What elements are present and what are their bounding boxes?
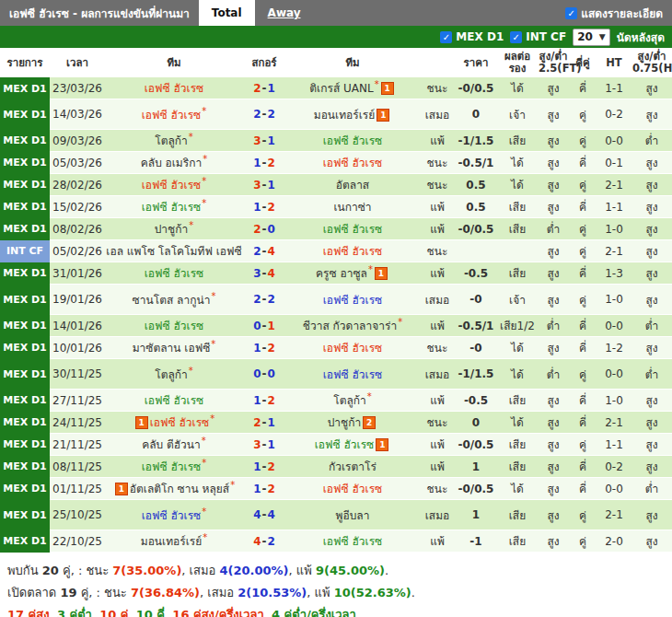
score: 2-1 xyxy=(243,412,285,434)
summary-part: 7(36.84%) xyxy=(131,586,200,600)
summary-line: เปิดตลาด 19 คู่, : ชนะ 7(36.84%), เสมอ 2… xyxy=(7,583,665,602)
checkbox-checked-icon[interactable]: ✓ xyxy=(565,7,577,19)
home-team: ซานโตส ลากูน่า* xyxy=(105,285,243,315)
handicap-star-icon: * xyxy=(202,458,206,468)
summary-part: . xyxy=(411,586,415,600)
over-under-ft: ต่ำ xyxy=(538,315,569,337)
odds: 1 xyxy=(455,500,497,530)
odd-even: คู่ xyxy=(569,130,597,152)
over-under-ht: สูง xyxy=(631,152,672,174)
home-team: คลับ อเมริกา* xyxy=(105,152,243,174)
half-time-score: 0-0 xyxy=(597,478,631,500)
home-team: เอฟซี ฮัวเรซ xyxy=(105,77,243,99)
home-team: 1เอฟซี ฮัวเรซ* xyxy=(105,412,243,434)
home-goals: 3 xyxy=(253,179,261,192)
odd-even: คี่ xyxy=(569,196,597,218)
match-date: 05/02/26 xyxy=(50,240,105,262)
home-goals: 3 xyxy=(253,134,261,147)
tab-away[interactable]: Away xyxy=(255,0,314,26)
tab-total[interactable]: Total xyxy=(199,0,255,26)
handicap-result: ได้ xyxy=(497,359,538,390)
summary-part: 17 คู่สูง xyxy=(7,608,50,617)
show-details-label: แสดงรายละเอียด xyxy=(581,5,663,22)
team-name: เอฟซี ฮัวเรซ xyxy=(323,157,383,169)
team-name: ครูซ อาซูล xyxy=(316,267,367,280)
column-header xyxy=(420,48,455,77)
away-goals: 1 xyxy=(267,438,274,451)
result: ชนะ xyxy=(420,77,455,99)
summary-part: เปิดตลาด xyxy=(7,586,60,600)
recent-count-suffix-label: นัดหลังสุด xyxy=(617,29,665,46)
recent-count-select[interactable]: 20 ▼ xyxy=(573,29,610,46)
handicap-result: เจ้า xyxy=(497,99,538,130)
over-under-ht: สูง xyxy=(631,196,672,218)
half-time-score: 0-2 xyxy=(597,456,631,478)
home-team: เอฟซี ฮัวเรซ xyxy=(105,390,243,412)
odds: -0/0.5 xyxy=(455,434,497,456)
summary-part: , เสมอ xyxy=(181,564,219,577)
over-under-ht: สูง xyxy=(631,390,672,412)
handicap-star-icon: * xyxy=(189,220,193,230)
show-details-toggle[interactable]: ✓ แสดงรายละเอียด xyxy=(565,0,663,26)
filter-label-int-cf: INT CF xyxy=(526,30,566,43)
results-table: รายการเวลาทีมสกอร์ทีมราคาผลต่อรองสูง/ต่ำ… xyxy=(0,48,672,553)
away-goals: 2 xyxy=(267,201,274,214)
match-date: 19/01/26 xyxy=(50,285,105,315)
column-header: ผลต่อรอง xyxy=(497,48,538,77)
league-badge: MEX D1 xyxy=(0,456,50,478)
odd-even: คู่ xyxy=(569,500,597,530)
summary-part: , xyxy=(50,608,57,617)
result: เสมอ xyxy=(420,285,455,315)
score: 2-4 xyxy=(243,240,285,262)
team-name: กัวเรตาโร่ xyxy=(329,460,377,473)
over-under-ht: สูง xyxy=(631,285,672,315)
over-under-ft: สูง xyxy=(538,77,569,99)
checkbox-checked-icon[interactable]: ✓ xyxy=(510,31,522,43)
half-time-score: 2-1 xyxy=(597,500,631,530)
result: แพ้ xyxy=(420,218,455,240)
home-goals: 2 xyxy=(253,82,261,95)
half-time-score: 1-0 xyxy=(597,285,631,315)
league-badge: MEX D1 xyxy=(0,152,50,174)
match-row: MEX D114/03/26เอฟซี ฮัวเรซ*2-2มอนเทอร์เร… xyxy=(0,99,672,130)
result: ชนะ xyxy=(420,240,455,262)
away-team: เนกาซ่า xyxy=(285,196,420,218)
home-team: เอฟซี ฮัวเรซ xyxy=(105,315,243,337)
away-team: เอฟซี ฮัวเรซ xyxy=(285,359,420,390)
summary-part: 3 คู่ต่ำ xyxy=(57,608,92,617)
match-date: 24/11/25 xyxy=(50,412,105,434)
away-team: ชีวาส กัวดาลาจาร่า* xyxy=(285,315,420,337)
over-under-ft: สูง xyxy=(538,174,569,196)
match-row: MEX D119/01/26ซานโตส ลากูน่า*2-2เอฟซี ฮั… xyxy=(0,285,672,315)
match-row: MEX D115/02/26เอฟซี ฮัวเรซ*1-2เนกาซ่าแพ้… xyxy=(0,196,672,218)
column-header: สูง/ต่ำ 2.5(FT) xyxy=(538,48,569,77)
odd-even: คู่ xyxy=(569,434,597,456)
half-time-score: 1-1 xyxy=(597,196,631,218)
odd-even: คี่ xyxy=(569,152,597,174)
home-goals: 1 xyxy=(253,394,261,407)
away-goals: 1 xyxy=(267,82,274,95)
handicap-result: เสีย xyxy=(497,390,538,412)
filter-checkbox-mex-d1[interactable]: ✓ MEX D1 xyxy=(440,30,504,43)
checkbox-checked-icon[interactable]: ✓ xyxy=(440,31,452,43)
handicap-star-icon: * xyxy=(202,198,206,208)
away-team: ปาชูก้า2 xyxy=(285,412,420,434)
team-name: เอฟซี ฮัวเรซ xyxy=(150,416,210,429)
odd-even: คู่ xyxy=(569,285,597,315)
result: แพ้ xyxy=(420,390,455,412)
league-badge: MEX D1 xyxy=(0,337,50,359)
team-name: เอฟซี ฮัวเรซ xyxy=(323,134,383,147)
team-name: โตลูก้า xyxy=(155,368,188,381)
handicap-result: เสีย1/2 xyxy=(497,315,538,337)
summary-part: 20 xyxy=(42,564,59,577)
match-date: 15/02/26 xyxy=(50,196,105,218)
league-badge: MEX D1 xyxy=(0,285,50,315)
handicap-star-icon: * xyxy=(211,291,215,301)
results-header-row: รายการเวลาทีมสกอร์ทีมราคาผลต่อรองสูง/ต่ำ… xyxy=(0,48,672,77)
odd-even: คี่ xyxy=(569,478,597,500)
away-team: เอฟซี ฮัวเรซ xyxy=(285,152,420,174)
filter-checkbox-int-cf[interactable]: ✓ INT CF xyxy=(510,30,566,43)
topbar-spacer xyxy=(314,0,566,26)
team-name: เนกาซ่า xyxy=(333,201,371,214)
league-badge: MEX D1 xyxy=(0,77,50,99)
